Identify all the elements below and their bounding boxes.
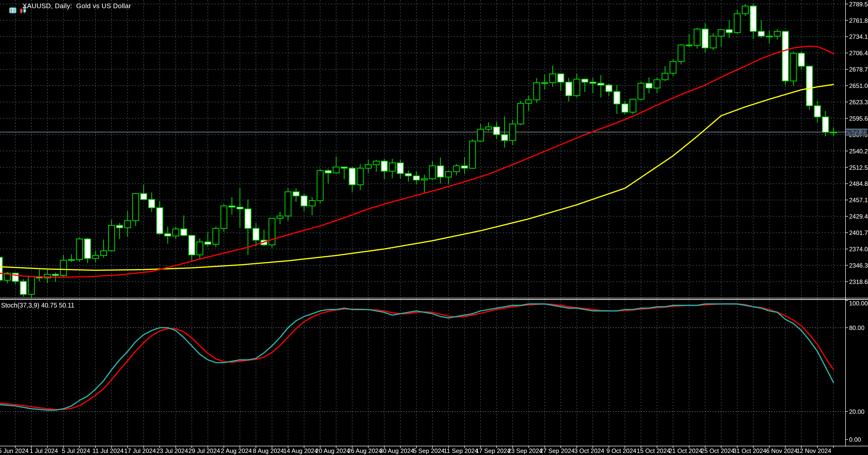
candle-body (28, 277, 34, 294)
date-axis-label: 25 Oct 2024 (701, 447, 735, 454)
candle-body (381, 161, 387, 171)
stoch-axis-label: 100.00 (849, 300, 868, 307)
candle-body (526, 100, 532, 103)
candle-body (750, 6, 756, 31)
candle-body (205, 242, 211, 244)
price-axis-label: 2484.80 (849, 180, 868, 187)
candle-body (100, 251, 106, 255)
date-axis-label: 15 Oct 2024 (637, 447, 670, 454)
date-axis-label: 8 Aug 2024 (253, 447, 284, 454)
candle-body (373, 161, 379, 165)
candle-body (245, 209, 251, 228)
candle-body (686, 45, 692, 46)
date-axis-label: 23 Sep 2024 (508, 447, 542, 454)
candle-body (76, 239, 83, 260)
fast-ma-line (0, 46, 834, 277)
candle-body (798, 53, 804, 66)
candlestick-chart-icon[interactable] (12, 2, 20, 10)
candle-body (494, 127, 500, 135)
candle-body (181, 229, 187, 235)
date-axis-label: 17 Sep 2024 (476, 447, 510, 454)
candle-body (550, 74, 556, 83)
candle-body (0, 257, 2, 280)
candle-body (357, 168, 363, 185)
price-chart-canvas[interactable]: 2789.502761.802734.102706.402678.702651.… (0, 0, 868, 455)
candle-body (541, 83, 548, 84)
candle-body (221, 206, 227, 229)
date-axis-label: 14 Aug 2024 (283, 447, 318, 454)
date-axis-label: 31 Oct 2024 (733, 447, 766, 454)
candle-body (598, 83, 604, 85)
candle-body (437, 166, 443, 177)
candle-body (766, 36, 772, 37)
candle-body (790, 53, 797, 81)
date-axis-label: 6 Nov 2024 (766, 447, 798, 454)
candle-body (189, 235, 195, 255)
price-axis-label: 2374.00 (849, 246, 868, 253)
candle-body (718, 30, 724, 36)
candle-body (694, 29, 700, 46)
candle-body (646, 83, 652, 88)
candle-body (662, 74, 668, 80)
date-axis-label: 3 Oct 2024 (574, 447, 604, 454)
date-axis-label: 12 Nov 2024 (797, 447, 831, 454)
stoch-signal-line (0, 304, 834, 409)
candle-body (52, 274, 59, 276)
candle-body (60, 260, 66, 276)
candle-body (831, 132, 837, 133)
candle-body (237, 207, 243, 209)
candle-body (141, 194, 147, 199)
stochastic-indicator-label: Stoch(37,3,9) 40.75 50.11 (1, 302, 74, 309)
candle-body (117, 225, 123, 228)
price-axis: 2789.502761.802734.102706.402678.702651.… (845, 1, 868, 443)
candle-body (253, 228, 259, 240)
panel-separator (0, 298, 868, 298)
candle-body (173, 229, 179, 236)
price-axis-label: 2706.40 (849, 50, 868, 56)
date-axis-label: 11 Jul 2024 (92, 447, 124, 454)
candle-body (774, 31, 780, 36)
candle-body (501, 135, 507, 141)
date-axis-label: 23 Jul 2024 (156, 447, 188, 454)
candle-body (710, 36, 716, 48)
price-axis-label: 2761.80 (849, 17, 868, 24)
price-axis-label: 2346.30 (849, 262, 868, 269)
candle-body (397, 163, 403, 174)
candle-body (125, 221, 131, 228)
candle-body (574, 79, 580, 96)
candle-body (157, 208, 163, 234)
candle-body (534, 83, 540, 100)
date-axis-label: 5 Jul 2024 (62, 447, 90, 454)
candle-body (782, 31, 788, 81)
candle-body (349, 168, 355, 185)
date-axis-label: 21 Oct 2024 (669, 447, 702, 454)
stoch-main-line (0, 304, 834, 410)
candle-body (461, 166, 467, 168)
candle-body (149, 199, 155, 207)
candle-body (630, 99, 636, 112)
candle-body (454, 166, 460, 172)
candle-body (325, 170, 331, 173)
candle-body (68, 260, 74, 260)
candle-body (293, 192, 299, 196)
chart-title-bar: XAUUSD, Daily: Gold vs US Dollar (2, 2, 131, 10)
candle-body (341, 167, 347, 168)
depth-of-market-icon[interactable] (2, 2, 10, 10)
price-axis-label: 2512.50 (849, 164, 868, 171)
candle-body (213, 228, 219, 244)
candle-body (92, 255, 99, 258)
date-axis-label: 26 Aug 2024 (347, 447, 382, 454)
panel-separator-handle (0, 299, 868, 300)
candle-body (20, 281, 26, 294)
candle-body (285, 192, 291, 216)
price-axis-label: 2318.60 (849, 278, 868, 285)
date-axis-label: 20 Aug 2024 (315, 447, 350, 454)
candle-body (582, 79, 588, 82)
candle-body (654, 80, 660, 88)
candle-body (309, 201, 315, 206)
candle-body (590, 82, 596, 83)
candle-body (405, 174, 411, 176)
candle-body (108, 225, 115, 251)
time-axis: 25 Jun 20241 Jul 20245 Jul 202411 Jul 20… (0, 446, 834, 454)
price-axis-label: 2651.00 (849, 82, 868, 89)
